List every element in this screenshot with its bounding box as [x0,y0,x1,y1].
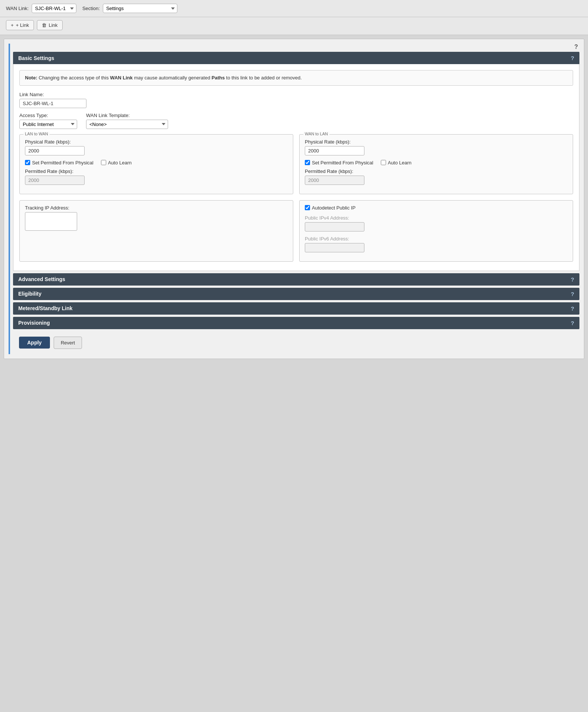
trash-icon: 🗑 [42,22,47,28]
content-border: ? Basic Settings ? Note: Changing the ac… [9,44,579,354]
main-content: ? Basic Settings ? Note: Changing the ac… [4,39,584,359]
wan-permitted-rate-group: Permitted Rate (kbps): [305,168,568,185]
note-box: Note: Changing the access type of this W… [19,70,573,86]
wan-template-group: WAN Link Template: <None> [86,113,168,129]
advanced-settings-title: Advanced Settings [18,276,65,282]
add-link-button[interactable]: + + Link [6,20,34,30]
plus-icon: + [11,22,14,28]
wan-physical-rate-group: Physical Rate (kbps): [305,139,568,155]
tracking-ip-label: Tracking IP Address: [25,205,288,211]
wan-auto-learn-checkbox[interactable] [381,160,386,165]
metered-standby-title: Metered/Standby Link [18,305,72,311]
lan-to-wan-title: LAN to WAN [23,132,50,136]
basic-settings-help[interactable]: ? [571,55,574,61]
eligibility-help[interactable]: ? [571,291,574,297]
wan-to-lan-title: WAN to LAN [303,132,329,136]
bottom-bar: Apply Revert [13,331,579,354]
public-ipv4-group: Public IPv4 Address: [305,215,568,231]
section-select[interactable]: Settings Status Events [103,4,177,13]
link-name-label: Link Name: [19,92,573,97]
autodetect-label: Autodetect Public IP [312,205,355,211]
wan-to-lan-box: WAN to LAN Physical Rate (kbps): Set Per… [299,134,573,194]
provisioning-help[interactable]: ? [571,320,574,326]
eligibility-title: Eligibility [18,291,41,297]
wan-link-label: WAN Link: [6,6,29,11]
wan-link-select[interactable]: SJC-BR-WL-1 [32,4,76,13]
metered-standby-help[interactable]: ? [571,305,574,312]
lan-physical-rate-input[interactable] [25,146,85,155]
wan-physical-rate-input[interactable] [305,146,364,155]
section-label: Section: [82,6,100,11]
access-type-select[interactable]: Public Internet Private WAN Direct [19,120,77,129]
lan-auto-learn-item: Auto Learn [101,160,132,166]
revert-button[interactable]: Revert [54,337,82,349]
autodetect-item: Autodetect Public IP [305,205,568,211]
public-ipv6-group: Public IPv6 Address: [305,236,568,252]
public-ip-box: Autodetect Public IP Public IPv4 Address… [299,200,573,262]
tracking-ip-box: Tracking IP Address: [19,200,293,262]
eligibility-section[interactable]: Eligibility ? [13,288,579,300]
tracking-boxes: Tracking IP Address: Autodetect Public I… [19,200,573,262]
tracking-ip-input[interactable] [25,212,77,231]
top-toolbar: WAN Link: SJC-BR-WL-1 Section: Settings … [0,0,588,17]
access-type-label: Access Type: [19,113,77,118]
lan-permitted-rate-input[interactable] [25,176,85,185]
wan-auto-learn-label: Auto Learn [388,160,412,166]
action-bar: + + Link 🗑 Link [0,17,588,35]
provisioning-section[interactable]: Provisioning ? [13,317,579,329]
link-name-group: Link Name: [19,92,573,108]
lan-auto-learn-label: Auto Learn [108,160,132,166]
top-help-icon[interactable]: ? [13,44,579,50]
wan-template-label: WAN Link Template: [86,113,168,118]
basic-settings-body: Note: Changing the access type of this W… [13,64,579,271]
basic-settings-title: Basic Settings [18,55,54,61]
public-ipv4-input[interactable] [305,222,364,231]
advanced-settings-help[interactable]: ? [571,276,574,283]
access-template-row: Access Type: Public Internet Private WAN… [19,113,573,129]
wan-set-permitted-item: Set Permitted From Physical [305,160,373,166]
lan-physical-rate-group: Physical Rate (kbps): [25,139,288,155]
lan-auto-learn-checkbox[interactable] [101,160,106,165]
public-ipv6-label: Public IPv6 Address: [305,236,568,242]
wan-permitted-rate-input[interactable] [305,176,364,185]
wan-template-select[interactable]: <None> [86,120,168,129]
lan-set-permitted-label: Set Permitted From Physical [32,160,94,166]
wan-set-permitted-label: Set Permitted From Physical [312,160,373,166]
metered-standby-section[interactable]: Metered/Standby Link ? [13,302,579,315]
section-group: Section: Settings Status Events [82,4,177,13]
delete-link-label: Link [49,22,58,28]
tracking-ip-group: Tracking IP Address: [25,205,288,231]
lan-to-wan-box: LAN to WAN Physical Rate (kbps): Set Per… [19,134,293,194]
access-type-group: Access Type: Public Internet Private WAN… [19,113,77,129]
wan-link-group: WAN Link: SJC-BR-WL-1 [6,4,76,13]
basic-settings-section: Basic Settings ? Note: Changing the acce… [13,52,579,271]
lan-permitted-rate-group: Permitted Rate (kbps): [25,168,288,185]
delete-link-button[interactable]: 🗑 Link [37,20,63,30]
lan-permitted-rate-label: Permitted Rate (kbps): [25,168,288,174]
wan-set-permitted-checkbox[interactable] [305,160,310,165]
wan-checkbox-row: Set Permitted From Physical Auto Learn [305,160,568,166]
lan-physical-rate-label: Physical Rate (kbps): [25,139,288,145]
link-name-input[interactable] [19,99,86,108]
autodetect-checkbox[interactable] [305,205,310,210]
wan-physical-rate-label: Physical Rate (kbps): [305,139,568,145]
wan-auto-learn-item: Auto Learn [381,160,412,166]
note-text: Note: Changing the access type of this W… [25,75,302,81]
advanced-settings-section[interactable]: Advanced Settings ? [13,273,579,286]
wan-permitted-rate-label: Permitted Rate (kbps): [305,168,568,174]
lan-set-permitted-item: Set Permitted From Physical [25,160,94,166]
public-ipv6-input[interactable] [305,243,364,252]
public-ipv4-label: Public IPv4 Address: [305,215,568,221]
provisioning-title: Provisioning [18,320,50,326]
lan-set-permitted-checkbox[interactable] [25,160,30,165]
basic-settings-header[interactable]: Basic Settings ? [13,52,579,64]
rate-boxes: LAN to WAN Physical Rate (kbps): Set Per… [19,134,573,194]
lan-checkbox-row: Set Permitted From Physical Auto Learn [25,160,288,166]
add-link-label: + Link [16,22,29,28]
apply-button[interactable]: Apply [19,337,50,349]
